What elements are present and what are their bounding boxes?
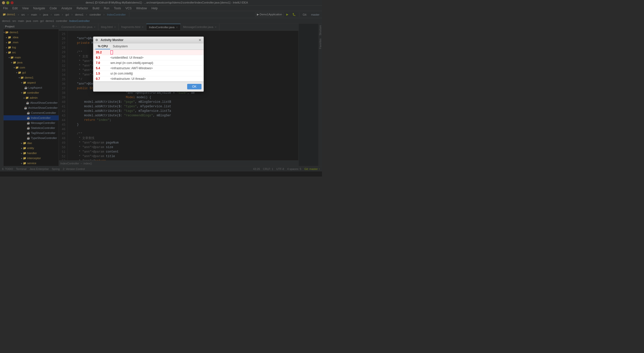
- monitor-cpu-value: 5.4: [96, 66, 108, 70]
- ok-button[interactable]: OK: [187, 84, 202, 89]
- dialog-footer: OK: [93, 82, 204, 91]
- monitor-cpu-value: 0.7: [96, 77, 108, 81]
- monitor-subsystem-label: <infrastructure: UI thread>: [110, 77, 201, 81]
- monitor-cpu-value: 7.0: [96, 61, 108, 65]
- monitor-subsystem-label: ui (in com.intellij): [110, 72, 201, 75]
- jit-label: [110, 50, 113, 54]
- dialog-close-button[interactable]: ✕: [198, 38, 202, 42]
- monitor-row[interactable]: 1.5ui (in com.intellij): [93, 71, 204, 76]
- dialog-tab-cpu[interactable]: % CPU: [95, 44, 110, 49]
- monitor-row[interactable]: 35.2: [93, 50, 204, 55]
- dialog-tabs: % CPU Subsystem: [93, 43, 204, 50]
- dialog-title-bar: ⚙ Activity Monitor ✕: [93, 37, 204, 43]
- dialog-tab-subsystem[interactable]: Subsystem: [110, 44, 130, 49]
- monitor-cpu-value: 35.2: [96, 51, 108, 54]
- monitor-row[interactable]: 7.0wm.impl (in com.intellij.openapi): [93, 60, 204, 66]
- monitor-row[interactable]: 5.4<infrastructure: AWT-Windows>: [93, 66, 204, 71]
- activity-monitor-dialog: ⚙ Activity Monitor ✕ % CPU Subsystem 35.…: [93, 37, 204, 92]
- dialog-icon: ⚙: [95, 38, 98, 42]
- monitor-cpu-value: 9.3: [96, 56, 108, 59]
- monitor-subsystem-label: <unidentified: UI thread>: [110, 56, 201, 59]
- monitor-row[interactable]: 9.3<unidentified: UI thread>: [93, 55, 204, 60]
- monitor-cpu-value: 1.5: [96, 72, 108, 75]
- monitor-subsystem-label: wm.impl (in com.intellij.openapi): [110, 61, 201, 65]
- monitor-row[interactable]: 0.7<infrastructure: UI thread>: [93, 76, 204, 82]
- dialog-content: 35.29.3<unidentified: UI thread>7.0wm.im…: [93, 50, 204, 82]
- dialog-title: Activity Monitor: [101, 38, 124, 42]
- monitor-subsystem-label: [110, 51, 201, 54]
- monitor-subsystem-label: <infrastructure: AWT-Windows>: [110, 66, 201, 70]
